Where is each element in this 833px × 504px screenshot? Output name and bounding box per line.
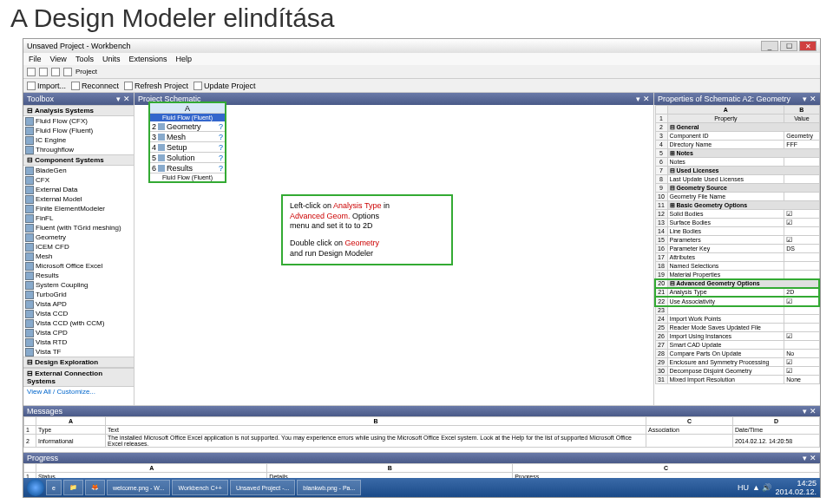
toolbox-item[interactable]: Results xyxy=(23,271,134,280)
property-row[interactable]: 27Smart CAD Update xyxy=(655,341,819,350)
system-footer: Fluid Flow (Fluent) xyxy=(150,173,225,181)
update-button[interactable]: Update Project xyxy=(193,82,256,90)
taskbar-ie[interactable]: e xyxy=(46,480,62,495)
property-row[interactable]: 28Compare Parts On UpdateNo xyxy=(655,350,819,358)
property-row[interactable]: 29Enclosure and Symmetry Processing xyxy=(655,358,819,367)
toolbox-item[interactable]: IC Engine xyxy=(23,135,134,145)
property-row[interactable]: 8Last Update Used Licenses xyxy=(655,175,819,184)
property-row[interactable]: 3Component IDGeometry xyxy=(655,132,819,141)
taskbar: e 📁 🦊 welcome.png - W... Workbench C++ U… xyxy=(23,478,820,497)
analysis-system[interactable]: A Fluid Flow (Fluent) 2Geometry?3Mesh?4S… xyxy=(148,101,226,183)
toolbox-item[interactable]: Mesh xyxy=(23,252,134,261)
view-all-link[interactable]: View All / Customize... xyxy=(23,387,134,396)
taskbar-firefox[interactable]: 🦊 xyxy=(85,480,105,495)
property-row[interactable]: 26Import Using Instances xyxy=(655,332,819,341)
toolbox-item[interactable]: External Data xyxy=(23,185,134,194)
property-row[interactable]: 15Parameters xyxy=(655,236,819,245)
property-row[interactable]: 5⊞ Notes xyxy=(655,149,819,158)
property-row[interactable]: 11⊞ Basic Geometry Options xyxy=(655,201,819,210)
toolbox-group[interactable]: ⊟ Design Exploration xyxy=(23,357,134,368)
window-title: Unsaved Project - Workbench xyxy=(27,42,130,50)
property-row[interactable]: 18Named Selections xyxy=(655,262,819,271)
menu-file[interactable]: File xyxy=(29,55,42,63)
toolbox-item[interactable]: CFX xyxy=(23,175,134,185)
system-cell-solution[interactable]: 5Solution? xyxy=(150,153,225,163)
property-row[interactable]: 7⊟ Used Licenses xyxy=(655,167,819,175)
system-cell-geometry[interactable]: 2Geometry? xyxy=(150,121,225,132)
message-row[interactable]: 2InformationalThe installed Microsoft Of… xyxy=(24,435,820,448)
save-icon[interactable] xyxy=(51,68,60,76)
toolbox-group[interactable]: ⊟ External Connection Systems xyxy=(23,368,134,387)
property-row[interactable]: 6Notes xyxy=(655,158,819,167)
property-row[interactable]: 19Material Properties xyxy=(655,271,819,279)
property-row[interactable]: 24Import Work Points xyxy=(655,315,819,324)
property-row[interactable]: 21Analysis Type2D xyxy=(655,288,819,297)
toolbox-item[interactable]: System Coupling xyxy=(23,280,134,290)
property-row[interactable]: 1PropertyValue xyxy=(655,115,819,123)
system-cell-results[interactable]: 6Results? xyxy=(150,163,225,173)
toolbox-item[interactable]: FinFL xyxy=(23,213,134,223)
toolbox-item[interactable]: Vista APD xyxy=(23,299,134,309)
property-row[interactable]: 23 xyxy=(655,306,819,315)
close-button[interactable]: ✕ xyxy=(799,41,817,51)
toolbox-item[interactable]: Vista CPD xyxy=(23,328,134,337)
taskbar-item[interactable]: welcome.png - W... xyxy=(107,480,171,495)
property-row[interactable]: 4Directory NameFFF xyxy=(655,141,819,149)
toolbox-group[interactable]: ⊟ Component Systems xyxy=(23,154,134,166)
import-button[interactable]: Import... xyxy=(27,82,66,90)
menu-view[interactable]: View xyxy=(50,55,67,63)
property-row[interactable]: 10Geometry File Name xyxy=(655,193,819,201)
toolbox-item[interactable]: Fluid Flow (CFX) xyxy=(23,116,134,126)
property-row[interactable]: 25Reader Mode Saves Updated File xyxy=(655,324,819,332)
property-row[interactable]: 20⊟ Advanced Geometry Options xyxy=(655,279,819,288)
menu-units[interactable]: Units xyxy=(102,55,121,63)
property-row[interactable]: 13Surface Bodies xyxy=(655,219,819,227)
taskbar-lang[interactable]: HU xyxy=(738,483,749,492)
toolbox-group[interactable]: ⊟ Analysis Systems xyxy=(23,105,134,116)
properties-title: Properties of Schematic A2: Geometry xyxy=(658,95,790,103)
taskbar-item[interactable]: blankwb.png - Pa... xyxy=(297,480,361,495)
property-row[interactable]: 22Use Associativity xyxy=(655,297,819,306)
toolbox-item[interactable]: Fluid Flow (Fluent) xyxy=(23,126,134,135)
toolbox-item[interactable]: Geometry xyxy=(23,232,134,242)
messages-panel: Messages▾ ✕ ABCD 1TypeTextAssociationDat… xyxy=(23,405,820,452)
menu-help[interactable]: Help xyxy=(175,55,192,63)
toolbox-item[interactable]: ICEM CFD xyxy=(23,242,134,252)
menu-tools[interactable]: Tools xyxy=(75,55,94,63)
start-button[interactable] xyxy=(27,479,44,496)
open-icon[interactable] xyxy=(39,68,48,76)
property-row[interactable]: 9⊟ Geometry Source xyxy=(655,184,819,193)
property-row[interactable]: 30Decompose Disjoint Geometry xyxy=(655,367,819,376)
taskbar-item[interactable]: Unsaved Project -... xyxy=(230,480,295,495)
system-cell-mesh[interactable]: 3Mesh? xyxy=(150,132,225,142)
toolbox-item[interactable]: External Model xyxy=(23,194,134,204)
property-row[interactable]: 16Parameter KeyDS xyxy=(655,245,819,253)
menubar: File View Tools Units Extensions Help xyxy=(23,53,820,65)
refresh-button[interactable]: Refresh Project xyxy=(124,82,188,90)
toolbox-item[interactable]: Vista CCD (with CCM) xyxy=(23,318,134,328)
property-row[interactable]: 12Solid Bodies xyxy=(655,210,819,219)
toolbox-item[interactable]: Vista TF xyxy=(23,347,134,357)
toolbox-item[interactable]: Finite ElementModeler xyxy=(23,204,134,213)
property-row[interactable]: 2⊟ General xyxy=(655,123,819,132)
toolbox-item[interactable]: Microsoft Office Excel xyxy=(23,261,134,271)
toolbox-item[interactable]: BladeGen xyxy=(23,166,134,175)
property-row[interactable]: 17Attributes xyxy=(655,253,819,262)
property-row[interactable]: 14Line Bodies xyxy=(655,227,819,236)
minimize-button[interactable]: _ xyxy=(761,41,778,51)
toolbox-item[interactable]: TurboGrid xyxy=(23,290,134,299)
reconnect-button[interactable]: Reconnect xyxy=(71,82,119,90)
taskbar-item[interactable]: Workbench C++ xyxy=(172,480,227,495)
system-cell-setup[interactable]: 4Setup? xyxy=(150,142,225,153)
toolbox-item[interactable]: Throughflow xyxy=(23,145,134,154)
toolbox-item[interactable]: Fluent (with TGrid meshing) xyxy=(23,223,134,232)
slide-title: A Design Modeler elindítása xyxy=(0,0,833,36)
toolbox-item[interactable]: Vista RTD xyxy=(23,337,134,347)
project-icon[interactable] xyxy=(63,68,72,76)
menu-extensions[interactable]: Extensions xyxy=(128,55,167,63)
property-row[interactable]: 31Mixed Import ResolutionNone xyxy=(655,376,819,384)
taskbar-explorer[interactable]: 📁 xyxy=(63,480,83,495)
new-icon[interactable] xyxy=(27,68,36,76)
maximize-button[interactable]: ☐ xyxy=(780,41,797,51)
toolbox-item[interactable]: Vista CCD xyxy=(23,309,134,318)
